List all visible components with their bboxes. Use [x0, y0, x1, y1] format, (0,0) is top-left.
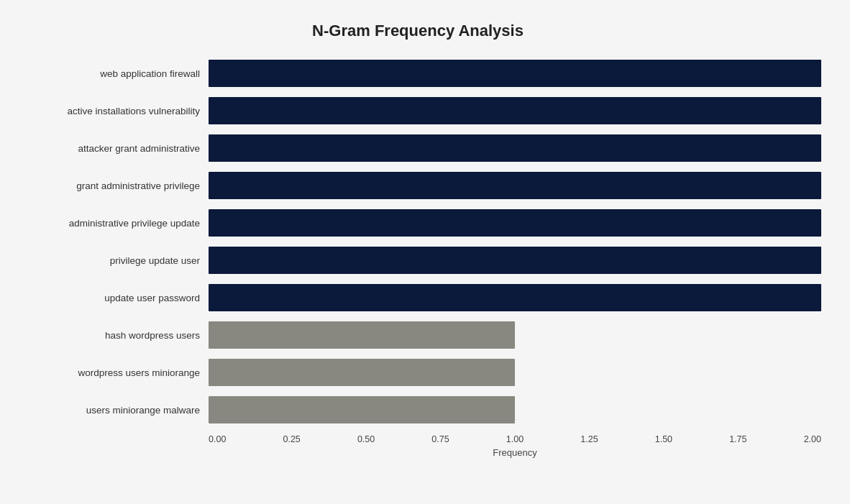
- bar-row: users miniorange malware: [36, 391, 821, 429]
- bar-row: active installations vulnerability: [36, 92, 821, 129]
- x-tick: 0.25: [283, 434, 300, 444]
- bar-track: [209, 359, 821, 386]
- bar-track: [209, 247, 821, 274]
- bar-label: grant administrative privilege: [36, 180, 209, 191]
- bar-row: hash wordpress users: [36, 316, 821, 354]
- x-tick: 2.00: [804, 434, 821, 444]
- bar-fill: [209, 134, 821, 162]
- bar-label: privilege update user: [36, 255, 209, 266]
- bar-track: [209, 321, 821, 349]
- x-axis-label: Frequency: [209, 447, 821, 458]
- x-tick: 1.00: [506, 434, 524, 444]
- bar-row: grant administrative privilege: [36, 167, 821, 204]
- bar-row: administrative privilege update: [36, 204, 821, 242]
- chart-title: N-Gram Frequency Analysis: [14, 14, 821, 40]
- bar-label: update user password: [36, 293, 209, 303]
- bar-label: web application firewall: [36, 68, 209, 79]
- bar-label: wordpress users miniorange: [36, 367, 209, 378]
- bar-fill: [209, 172, 821, 199]
- bar-track: [209, 209, 821, 237]
- x-axis: 0.000.250.500.751.001.251.501.752.00 Fre…: [209, 434, 821, 458]
- bar-row: wordpress users miniorange: [36, 354, 821, 391]
- bar-fill: [209, 359, 515, 386]
- bar-fill: [209, 247, 821, 274]
- bar-row: attacker grant administrative: [36, 129, 821, 167]
- bar-fill: [209, 284, 821, 311]
- bar-row: privilege update user: [36, 242, 821, 279]
- x-axis-ticks: 0.000.250.500.751.001.251.501.752.00: [209, 434, 821, 444]
- bar-track: [209, 134, 821, 162]
- bar-track: [209, 396, 821, 423]
- x-tick: 0.00: [209, 434, 226, 444]
- bar-track: [209, 60, 821, 87]
- bar-row: update user password: [36, 279, 821, 316]
- x-tick: 1.50: [655, 434, 672, 444]
- bar-fill: [209, 60, 821, 87]
- bar-label: attacker grant administrative: [36, 143, 209, 154]
- bar-fill: [209, 321, 515, 349]
- bar-label: hash wordpress users: [36, 330, 209, 341]
- chart-container: N-Gram Frequency Analysis web applicatio…: [0, 0, 850, 504]
- bar-fill: [209, 396, 515, 423]
- x-tick: 1.25: [580, 434, 598, 444]
- x-tick: 1.75: [729, 434, 746, 444]
- bar-label: active installations vulnerability: [36, 106, 209, 116]
- bar-track: [209, 284, 821, 311]
- bar-fill: [209, 97, 821, 124]
- bar-label: administrative privilege update: [36, 218, 209, 229]
- bar-row: web application firewall: [36, 55, 821, 92]
- bar-label: users miniorange malware: [36, 405, 209, 416]
- x-tick: 0.50: [357, 434, 375, 444]
- bar-fill: [209, 209, 821, 237]
- bar-track: [209, 172, 821, 199]
- chart-area: web application firewallactive installat…: [36, 55, 821, 429]
- x-tick: 0.75: [431, 434, 449, 444]
- bar-track: [209, 97, 821, 124]
